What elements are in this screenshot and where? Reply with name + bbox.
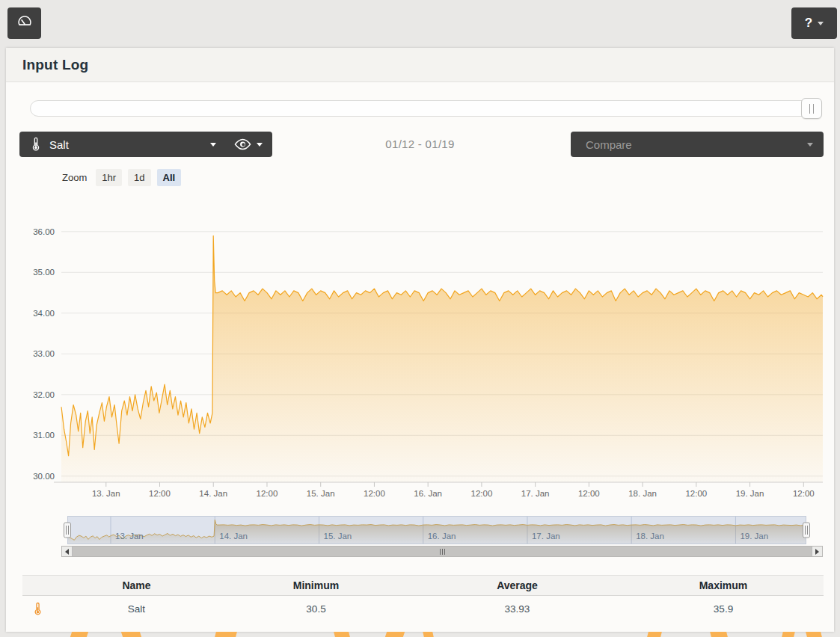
svg-text:12:00: 12:00 [793, 489, 815, 498]
navigator-handle[interactable] [803, 523, 810, 538]
svg-text:15. Jan: 15. Jan [323, 532, 352, 541]
arrow-left-icon [65, 549, 69, 555]
svg-text:17. Jan: 17. Jan [532, 532, 560, 541]
zoom-1d-button[interactable]: 1d [128, 169, 150, 186]
decorative-shape [647, 632, 662, 637]
zoom-all-button[interactable]: All [157, 169, 182, 186]
zoom-1hr-button[interactable]: 1hr [96, 169, 122, 186]
salt-area-chart[interactable]: 30.0031.0032.0033.0034.0035.0036.0013. J… [6, 196, 834, 502]
svg-text:17. Jan: 17. Jan [521, 489, 550, 498]
dashboard-button[interactable] [7, 7, 41, 39]
svg-text:12:00: 12:00 [578, 489, 600, 498]
svg-text:16. Jan: 16. Jan [414, 489, 442, 498]
svg-text:14. Jan: 14. Jan [199, 489, 227, 498]
svg-text:12:00: 12:00 [364, 489, 385, 498]
compare-dropdown[interactable]: Compare [571, 132, 824, 157]
summary-table: Name Minimum Average Maximum Salt 30.5 3… [22, 575, 824, 622]
table-header-row: Name Minimum Average Maximum [22, 575, 824, 596]
decorative-shape [215, 632, 237, 637]
column-header-name: Name [52, 579, 221, 591]
svg-text:30.00: 30.00 [33, 472, 55, 481]
svg-text:13. Jan: 13. Jan [115, 532, 144, 541]
column-header-maximum: Maximum [623, 579, 824, 591]
thermometer-icon [22, 602, 52, 616]
chart-scrollbar[interactable] [61, 546, 823, 557]
svg-text:12:00: 12:00 [149, 489, 171, 498]
decorative-shape [70, 632, 88, 637]
column-header-average: Average [411, 579, 623, 591]
cell-maximum: 35.9 [623, 603, 824, 615]
svg-text:35.00: 35.00 [33, 268, 55, 277]
svg-text:16. Jan: 16. Jan [428, 532, 456, 541]
decorative-shape [385, 632, 405, 637]
decorative-shape [782, 632, 794, 637]
grip-icon [809, 104, 814, 114]
scrollbar-thumb[interactable] [73, 547, 812, 556]
svg-text:12:00: 12:00 [257, 489, 278, 498]
cell-average: 33.93 [411, 603, 623, 615]
chevron-down-icon [807, 143, 813, 147]
svg-text:32.00: 32.00 [33, 390, 55, 399]
zoom-label: Zoom [62, 172, 87, 183]
svg-text:33.00: 33.00 [33, 349, 55, 358]
svg-text:18. Jan: 18. Jan [636, 532, 664, 541]
svg-text:15. Jan: 15. Jan [307, 489, 335, 498]
input-log-card: Input Log Salt 01/12 - 01/19 Compare [6, 48, 834, 632]
cell-minimum: 30.5 [221, 603, 411, 615]
timeline-slider-track[interactable] [30, 100, 817, 117]
svg-text:12:00: 12:00 [471, 489, 493, 498]
scroll-right-button[interactable] [812, 547, 822, 556]
gauge-icon [16, 13, 33, 33]
scroll-left-button[interactable] [62, 547, 73, 556]
chevron-down-icon [818, 22, 824, 25]
svg-text:12:00: 12:00 [685, 489, 707, 498]
navigator-handle[interactable] [64, 523, 71, 538]
help-icon: ? [805, 16, 812, 31]
decorative-shape [806, 632, 822, 637]
decorative-shape [334, 632, 350, 637]
decorative-shape [710, 632, 728, 637]
arrow-right-icon [815, 549, 819, 555]
svg-text:19. Jan: 19. Jan [740, 532, 768, 541]
table-row: Salt 30.5 33.93 35.9 [22, 596, 824, 622]
svg-text:36.00: 36.00 [33, 227, 55, 236]
column-header-minimum: Minimum [221, 579, 411, 591]
svg-text:34.00: 34.00 [33, 309, 55, 318]
page-title: Input Log [22, 48, 88, 82]
help-menu-button[interactable]: ? [791, 7, 837, 39]
svg-text:14. Jan: 14. Jan [219, 532, 248, 541]
decorative-shape [121, 632, 141, 637]
svg-text:18. Jan: 18. Jan [628, 489, 657, 498]
svg-text:19. Jan: 19. Jan [736, 489, 764, 498]
compare-placeholder: Compare [586, 138, 632, 151]
timeline-slider-handle[interactable] [801, 98, 822, 119]
zoom-controls: Zoom 1hr 1d All [62, 169, 187, 186]
svg-text:13. Jan: 13. Jan [92, 489, 120, 498]
chart-navigator[interactable]: 13. Jan14. Jan15. Jan16. Jan17. Jan18. J… [67, 516, 806, 544]
cell-name: Salt [52, 603, 221, 615]
decorative-shape [423, 632, 433, 637]
card-header: Input Log [6, 48, 834, 82]
svg-text:31.00: 31.00 [33, 431, 55, 440]
